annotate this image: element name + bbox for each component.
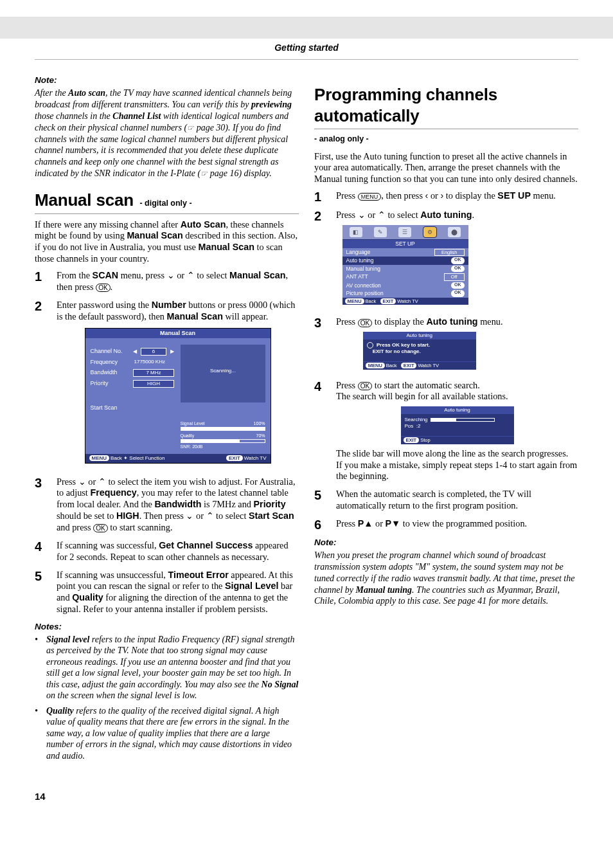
r-step-4: 4 Press OK to start the automatic search…	[314, 380, 578, 483]
pos-label: Pos	[405, 423, 414, 429]
priority-label: Priority	[91, 380, 129, 387]
menu-pill: MENU	[89, 455, 110, 461]
ok-icon: OK	[358, 319, 372, 327]
r-step-1: 1 Press MENU, then press ‹ or › to displ…	[314, 190, 578, 203]
mini1-line1: Press OK key to start.	[377, 342, 430, 348]
channel-no-value: 6	[141, 348, 167, 356]
exit-pill: EXIT	[380, 298, 396, 304]
ant-att-label: ANT ATT	[346, 273, 368, 280]
r-step-4d: If you make a mistake, simply repeat ste…	[336, 460, 577, 482]
step-1: 1 From the SCAN menu, press ⌄ or ⌃ to se…	[35, 270, 299, 293]
setup-tab-icon: ✎	[374, 227, 387, 237]
manual-scan-subhead: - digital only -	[136, 199, 191, 208]
page: Getting started Note: After the Auto sca…	[0, 17, 613, 827]
progress-bar	[431, 418, 495, 422]
step-4: 4 If scanning was successful, Get Channe…	[35, 540, 299, 563]
signal-level-value: 100%	[254, 421, 265, 427]
step-2: 2 Enter password using the Number button…	[35, 300, 299, 470]
ok-icon: OK	[96, 284, 110, 292]
channel-no-label: Channel No.	[91, 348, 129, 355]
footer-stop: Stop	[420, 437, 430, 443]
auto-tuning-item: Auto tuning	[346, 257, 374, 264]
snr-label: SNR: 20dB	[181, 444, 203, 450]
exit-pill: EXIT	[404, 437, 420, 443]
language-value: English	[434, 249, 465, 256]
r-step-6: 6 Press P▲ or P▼ to view the programmed …	[314, 518, 578, 531]
av-connection-item: AV connection	[346, 282, 381, 289]
r-step-2: 2 Press ⌄ or ⌃ to select Auto tuning. ◧ …	[314, 210, 578, 310]
mini1-title: Auto tuning	[363, 332, 476, 339]
notes-heading: Notes:	[35, 622, 299, 633]
footer-back: Back	[366, 298, 377, 304]
footer-back: Back	[111, 455, 122, 461]
menu-pill: MENU	[366, 363, 385, 368]
setup-tab-icon: ☰	[398, 227, 411, 237]
manual-scan-heading: Manual scan	[35, 190, 134, 210]
quality-label: Quality	[181, 433, 195, 439]
page-number: 14	[35, 791, 613, 802]
start-scan-label: Start Scan	[91, 404, 129, 411]
right-note: When you preset the program channel whic…	[314, 550, 578, 608]
signal-level-label: Signal Level	[181, 421, 205, 427]
frequency-label: Frequency	[91, 359, 129, 366]
top-grey-bar	[0, 17, 613, 39]
footer-select: Select Function	[129, 455, 164, 461]
note-heading: Note:	[35, 75, 299, 86]
updown-arrow-icon	[367, 342, 373, 348]
osd-title: Manual Scan	[85, 329, 271, 338]
exit-pill: EXIT	[401, 363, 417, 368]
scanning-panel: Scanning...	[181, 345, 265, 402]
note-quality: • Quality refers to the quality of the r…	[35, 705, 299, 762]
menu-icon: MENU	[358, 193, 382, 201]
menu-pill: MENU	[345, 298, 364, 304]
programming-intro: First, use the Auto tuning function to p…	[314, 151, 578, 186]
ok-icon: OK	[93, 524, 107, 532]
manual-scan-osd: Manual Scan Channel No.◀6▶ Frequency1775…	[85, 328, 271, 464]
r-step-3: 3 Press OK to display the Auto tuning me…	[314, 316, 578, 373]
mini1-line2: EXIT for no change.	[373, 348, 421, 354]
bandwidth-label: Bandwidth	[91, 369, 129, 376]
ok-pill: OK	[451, 257, 465, 264]
note-heading-right: Note:	[314, 538, 578, 548]
bandwidth-value: 7 MHz	[133, 369, 175, 377]
step-5: 5 If scanning was unsuccessful, Timeout …	[35, 570, 299, 615]
footer-watch: Watch TV	[418, 363, 439, 368]
note-signal-level: • Signal level refers to the input Radio…	[35, 634, 299, 701]
ok-pill: OK	[451, 282, 465, 289]
ant-att-value: Off	[444, 273, 465, 280]
left-column: Note: After the Auto scan, the TV may ha…	[35, 75, 299, 765]
footer-watch: Watch TV	[397, 298, 418, 304]
manual-tuning-item: Manual tuning	[346, 266, 380, 273]
pos-value: :2	[416, 423, 421, 429]
auto-tuning-osd-2: Auto tuning Searching Pos :2 EXITStop	[401, 406, 514, 444]
quality-value: 70%	[256, 433, 265, 439]
language-label: Language	[346, 249, 371, 256]
footer-watch: Watch TV	[244, 455, 267, 461]
footer-back: Back	[386, 363, 397, 368]
setup-tab-icon-selected: ⚙	[423, 227, 436, 237]
frequency-value: 1775000 KHz	[133, 359, 175, 365]
setup-tab-icon: ⬤	[448, 227, 461, 237]
setup-title: SET UP	[342, 239, 468, 248]
analog-only-sub: - analog only -	[314, 134, 578, 145]
r-step-5: 5 When the automatic search is completed…	[314, 489, 578, 512]
priority-value: HIGH	[133, 380, 175, 388]
step-3: 3 Press ⌄ or ⌃ to select the item you wi…	[35, 476, 299, 534]
signal-level-bar	[181, 427, 265, 431]
ok-icon: OK	[358, 382, 372, 390]
r-step-4c: The slide bar will move along the line a…	[336, 448, 568, 458]
mini2-title: Auto tuning	[401, 406, 514, 414]
auto-scan-note: After the Auto scan, the TV may have sca…	[35, 87, 299, 179]
quality-bar	[181, 439, 265, 443]
picture-position-item: Picture position	[346, 290, 384, 297]
setup-tab-icon: ◧	[350, 227, 362, 237]
auto-tuning-osd-1: Auto tuning Press OK key to start. EXIT …	[363, 332, 476, 369]
ok-pill: OK	[451, 290, 465, 297]
r-step-4b: The search will begin for all available …	[336, 391, 508, 401]
manual-scan-intro: If there were any missing channel after …	[35, 219, 299, 265]
searching-label: Searching	[405, 417, 428, 422]
right-column: Programming channels automatically - ana…	[314, 75, 578, 765]
section-header: Getting started	[35, 39, 578, 60]
setup-osd: ◧ ✎ ☰ ⚙ ⬤ SET UP LanguageEnglish Auto tu…	[342, 225, 468, 305]
programming-heading: Programming channels automatically	[314, 84, 578, 126]
